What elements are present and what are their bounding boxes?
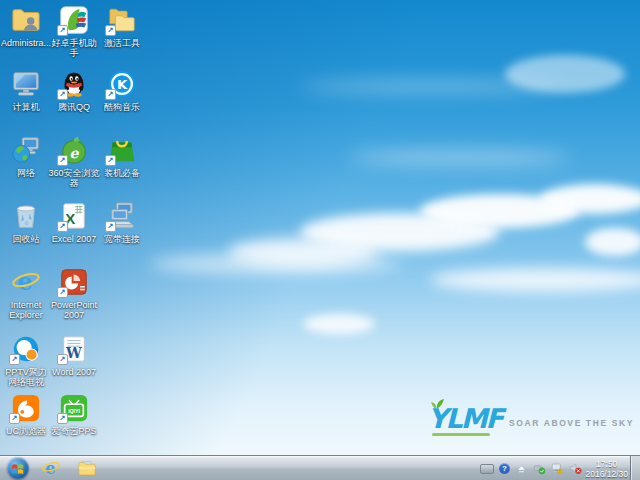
svg-text:iQIYI: iQIYI: [68, 408, 80, 414]
shortcut-arrow-icon: ↗: [105, 25, 116, 36]
shortcut-arrow-icon: ↗: [57, 413, 68, 424]
start-button[interactable]: [7, 457, 29, 479]
svg-text:e: e: [45, 459, 55, 478]
svg-text:!: !: [559, 470, 560, 474]
tray-question-icon[interactable]: ?: [499, 463, 510, 474]
shortcut-arrow-icon: ↗: [57, 155, 68, 166]
desktop-icon-360-browser[interactable]: e ↗ 360安全浏览器: [48, 135, 100, 188]
cloud: [303, 314, 375, 334]
desktop-icon-iqiyi-pps[interactable]: iQIYI ↗ 爱奇艺PPS: [48, 393, 100, 436]
desktop-icon-haozhuo-assistant[interactable]: ↗ 好卓手机助手: [48, 5, 100, 58]
desktop-icon-pptv[interactable]: ↗ PPTV聚力 网络电视: [0, 334, 52, 387]
desktop-icon-powerpoint-2007[interactable]: ↗ PowerPoint 2007: [48, 267, 100, 320]
network-globe-icon: [11, 135, 41, 165]
shortcut-arrow-icon: ↗: [105, 221, 116, 232]
icon-label: 计算机: [13, 102, 40, 112]
shortcut-arrow-icon: ↗: [57, 25, 68, 36]
desktop-icon-broadband-connection[interactable]: ↗ 宽带连接: [96, 201, 148, 244]
icon-label: 网络: [17, 168, 35, 178]
clock-time: 17:50: [596, 459, 617, 469]
desktop-wallpaper: Administra... ↗ 好卓手机助手 ↗ 激活工具 计算机 ↗ 腾讯QQ…: [0, 0, 640, 480]
svg-text:e: e: [70, 145, 80, 161]
show-desktop-button[interactable]: [630, 456, 640, 480]
icon-label: 激活工具: [104, 38, 140, 48]
icon-label: 宽带连接: [104, 234, 140, 244]
show-hidden-icons-button[interactable]: [515, 462, 528, 475]
recycle-bin-icon: [11, 201, 41, 231]
icon-label: 爱奇艺PPS: [51, 426, 96, 436]
qq-penguin-icon: ↗: [59, 69, 89, 99]
desktop-icon-essential-apps[interactable]: ↗ 装机必备: [96, 135, 148, 178]
icon-label: Excel 2007: [52, 234, 97, 244]
system-tray: ? !: [480, 456, 582, 480]
shortcut-arrow-icon: ↗: [105, 155, 116, 166]
shortcut-arrow-icon: ↗: [57, 354, 68, 365]
taskbar: e ? ! 17:50 2016/12/30: [0, 455, 640, 480]
shopping-bag-icon: ↗: [107, 135, 137, 165]
icon-label: Word 2007: [52, 367, 96, 377]
taskbar-explorer-button[interactable]: [73, 457, 101, 479]
cloud: [350, 150, 570, 165]
desktop-icon-activation-tools[interactable]: ↗ 激活工具: [96, 5, 148, 48]
leaf-icon: [430, 398, 446, 410]
icon-label: 回收站: [13, 234, 40, 244]
desktop-icon-tencent-qq[interactable]: ↗ 腾讯QQ: [48, 69, 100, 112]
volume-muted-icon[interactable]: [569, 462, 582, 475]
icon-label: UC浏览器: [6, 426, 46, 436]
language-indicator[interactable]: [480, 464, 494, 474]
shortcut-arrow-icon: ↗: [9, 413, 20, 424]
desktop-icon-kugou-music[interactable]: K ↗ 酷狗音乐: [96, 69, 148, 112]
icon-label: 装机必备: [104, 168, 140, 178]
pptv-icon: ↗: [11, 334, 41, 364]
cloud: [150, 254, 400, 274]
icon-label: 腾讯QQ: [58, 102, 90, 112]
icon-label: 好卓手机助手: [48, 38, 100, 58]
desktop-icon-excel-2007[interactable]: X ↗ Excel 2007: [48, 201, 100, 244]
user-folder-icon: [11, 5, 41, 35]
ylmf-slogan-bar: [432, 433, 490, 436]
desktop-icon-computer[interactable]: 计算机: [0, 69, 52, 112]
windows-flag-icon: [11, 461, 25, 475]
network-status-warning-icon[interactable]: !: [551, 462, 564, 475]
shortcut-arrow-icon: ↗: [105, 89, 116, 100]
folder-icon: ↗: [107, 5, 137, 35]
safely-remove-hardware-icon[interactable]: [533, 462, 546, 475]
svg-text:K: K: [117, 77, 128, 92]
uc-squirrel-icon: ↗: [11, 393, 41, 423]
taskbar-clock[interactable]: 17:50 2016/12/30: [585, 456, 628, 480]
shortcut-arrow-icon: ↗: [57, 287, 68, 298]
icon-label: PPTV聚力 网络电视: [0, 367, 52, 387]
icon-label: 360安全浏览器: [48, 168, 100, 188]
cloud: [300, 80, 560, 93]
desktop-icon-administrator-folder[interactable]: Administra...: [0, 5, 52, 48]
360-browser-icon: e ↗: [59, 135, 89, 165]
desktop-icon-internet-explorer[interactable]: e Internet Explorer: [0, 267, 52, 320]
shortcut-arrow-icon: ↗: [57, 221, 68, 232]
folder-icon: [77, 458, 97, 478]
taskbar-ie-button[interactable]: e: [37, 457, 65, 479]
ylmf-tagline: SOAR ABOVE THE SKY: [509, 418, 634, 428]
cloud: [585, 228, 640, 256]
cloud: [430, 268, 640, 292]
icon-label: 酷狗音乐: [104, 102, 140, 112]
icon-label: Internet Explorer: [0, 300, 52, 320]
shortcut-arrow-icon: ↗: [57, 89, 68, 100]
cloud: [300, 213, 500, 251]
desktop-icon-word-2007[interactable]: W ↗ Word 2007: [48, 334, 100, 377]
cloud: [540, 184, 640, 214]
phone-assistant-icon: ↗: [59, 5, 89, 35]
clock-date: 2016/12/30: [585, 469, 628, 479]
ie-icon: e: [41, 458, 61, 478]
cloud: [420, 194, 580, 228]
icon-label: PowerPoint 2007: [48, 300, 100, 320]
broadband-icon: ↗: [107, 201, 137, 231]
ylmf-watermark: YLMF SOAR ABOVE THE SKY: [428, 405, 634, 432]
kugou-k-icon: K ↗: [107, 69, 137, 99]
icon-label: Administra...: [1, 38, 51, 48]
excel-icon: X ↗: [59, 201, 89, 231]
desktop-icon-uc-browser[interactable]: ↗ UC浏览器: [0, 393, 52, 436]
cloud: [228, 238, 378, 266]
desktop-icon-recycle-bin[interactable]: 回收站: [0, 201, 52, 244]
desktop-icon-network[interactable]: 网络: [0, 135, 52, 178]
ie-icon: e: [11, 267, 41, 297]
